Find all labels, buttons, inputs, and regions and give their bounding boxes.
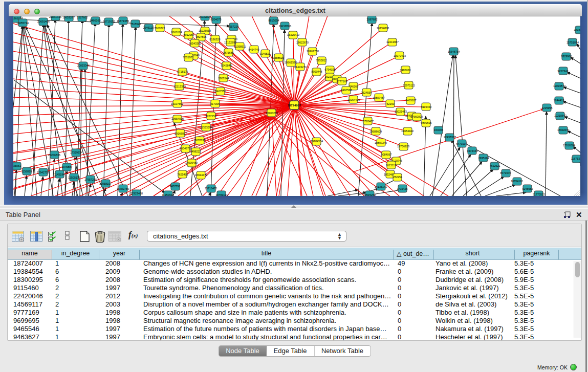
svg-text:12213967: 12213967 [386,40,399,43]
svg-text:23300265: 23300265 [266,112,278,115]
svg-text:4043823: 4043823 [574,29,581,32]
svg-text:8186328: 8186328 [210,38,221,41]
svg-text:20515263: 20515263 [363,193,376,196]
svg-text:8660124: 8660124 [171,31,182,34]
svg-text:10688609: 10688609 [369,130,382,133]
svg-text:9084067: 9084067 [381,153,392,156]
svg-text:9457791: 9457791 [170,185,181,188]
svg-text:16154808: 16154808 [377,27,389,30]
svg-text:21433273: 21433273 [294,65,307,69]
svg-text:8454749: 8454749 [249,48,259,51]
svg-text:7515526: 7515526 [130,23,141,26]
svg-text:3498222: 3498222 [190,150,201,153]
svg-text:20206536: 20206536 [48,154,60,157]
svg-text:14099489: 14099489 [185,161,198,164]
svg-text:15226058: 15226058 [199,29,211,32]
svg-text:19799114: 19799114 [215,193,228,196]
svg-text:8813054: 8813054 [269,19,279,22]
svg-text:20053346: 20053346 [77,64,90,67]
svg-text:7031971: 7031971 [183,56,194,59]
svg-text:19384554: 19384554 [311,140,323,143]
svg-text:935061: 935061 [13,164,21,167]
svg-text:9245652: 9245652 [522,187,533,190]
svg-text:17016504: 17016504 [563,144,575,147]
svg-text:12942757: 12942757 [37,171,49,174]
svg-text:6466160: 6466160 [90,19,101,22]
svg-text:1215955: 1215955 [542,106,553,110]
svg-text:8678332: 8678332 [195,139,206,142]
svg-text:3267150: 3267150 [206,115,216,118]
svg-text:19218506: 19218506 [279,25,291,28]
svg-text:11350932: 11350932 [162,193,174,196]
svg-text:9146821: 9146821 [260,52,271,55]
svg-text:6794028: 6794028 [325,68,336,71]
svg-text:15751074: 15751074 [567,41,579,44]
svg-text:1733426: 1733426 [397,187,408,190]
svg-text:10025483: 10025483 [395,110,407,113]
svg-text:164095: 164095 [434,128,443,132]
svg-text:3875685: 3875685 [223,51,234,54]
svg-text:3624554: 3624554 [361,91,372,94]
svg-text:2935114: 2935114 [478,157,489,160]
svg-text:12923468: 12923468 [130,192,143,195]
svg-text:8471676: 8471676 [500,171,511,174]
svg-text:9227342: 9227342 [558,70,569,73]
svg-text:17660000: 17660000 [410,115,423,118]
svg-text:9827505: 9827505 [196,35,207,38]
svg-text:19654923: 19654923 [401,129,413,133]
svg-text:62160: 62160 [387,102,395,105]
svg-text:6479197: 6479197 [456,142,467,145]
svg-text:16107552: 16107552 [171,102,183,105]
svg-text:14136141: 14136141 [375,185,387,188]
svg-text:10807487: 10807487 [373,96,385,99]
svg-text:19756928: 19756928 [397,145,409,148]
svg-text:15325419: 15325419 [287,33,299,36]
svg-text:10719155: 10719155 [103,20,115,23]
svg-text:252254: 252254 [393,176,402,179]
svg-text:2718176: 2718176 [178,70,188,73]
svg-text:12505135: 12505135 [68,176,80,179]
svg-text:6497568: 6497568 [341,89,352,92]
svg-text:9474444: 9474444 [467,149,478,152]
svg-text:8427552: 8427552 [215,90,226,93]
svg-text:12093872: 12093872 [553,84,565,87]
svg-text:10661588: 10661588 [285,61,297,64]
svg-text:18807249: 18807249 [375,141,387,144]
svg-text:18724007: 18724007 [288,104,301,107]
svg-text:16671355: 16671355 [117,19,129,23]
svg-text:9115460: 9115460 [421,105,432,108]
svg-text:1244419: 1244419 [554,99,564,102]
svg-text:10210643: 10210643 [554,114,567,117]
svg-text:11353594: 11353594 [200,126,212,129]
svg-text:16543382: 16543382 [189,42,201,45]
svg-text:9975887: 9975887 [62,165,73,168]
svg-text:9242848: 9242848 [221,64,232,67]
svg-text:9777169: 9777169 [337,80,347,83]
svg-text:22438378: 22438378 [444,136,456,139]
svg-text:10958107: 10958107 [99,182,112,185]
svg-text:16782759: 16782759 [117,187,129,190]
svg-text:9463627: 9463627 [406,99,417,102]
svg-text:19166827: 19166827 [175,132,187,135]
svg-text:1167533: 1167533 [571,157,580,160]
svg-text:16961758: 16961758 [307,50,319,53]
svg-text:21770515: 21770515 [533,193,545,196]
svg-text:1145194: 1145194 [54,173,65,176]
svg-text:1156819: 1156819 [21,170,32,173]
svg-text:15692971: 15692971 [557,128,570,132]
svg-text:11058511: 11058511 [234,45,246,48]
svg-text:12213389: 12213389 [173,85,186,88]
svg-text:10973493: 10973493 [394,54,406,57]
svg-text:18622670: 18622670 [296,41,309,44]
svg-text:20691406: 20691406 [37,20,50,23]
svg-text:9899695: 9899695 [421,121,432,124]
svg-text:7955812: 7955812 [316,59,327,62]
svg-text:16648754: 16648754 [448,50,460,53]
svg-text:17359934: 17359934 [70,151,82,154]
svg-text:12975115: 12975115 [403,84,415,87]
svg-text:7625402: 7625402 [178,173,188,176]
svg-text:20364436: 20364436 [347,98,360,101]
svg-text:8204075: 8204075 [211,18,222,21]
svg-text:19654925: 19654925 [171,117,184,120]
svg-text:16914479: 16914479 [195,173,207,177]
